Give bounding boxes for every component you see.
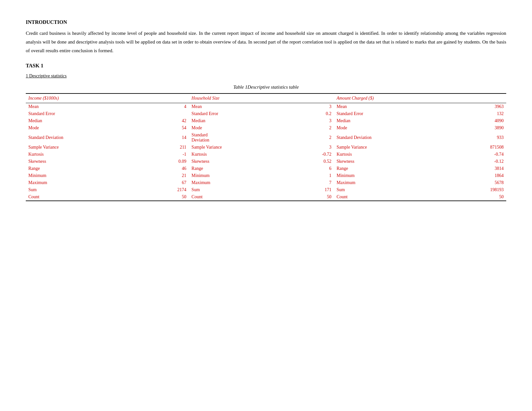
household-label: Sample Variance bbox=[189, 144, 292, 151]
amount-label: Standard Deviation bbox=[334, 132, 451, 144]
amount-value: 5678 bbox=[451, 179, 506, 186]
amount-value: 933 bbox=[451, 132, 506, 144]
table-row: Standard Deviation 14 StandardDeviation … bbox=[26, 132, 506, 144]
table-row: Median 42 Median 3 Median 4090 bbox=[26, 117, 506, 124]
amount-label: Mode bbox=[334, 124, 451, 132]
amount-value: 50 bbox=[451, 193, 506, 201]
income-label: Standard Error bbox=[26, 110, 146, 117]
amount-label: Count bbox=[334, 193, 451, 201]
income-value bbox=[146, 110, 189, 117]
income-value: 67 bbox=[146, 179, 189, 186]
amount-value: 132 bbox=[451, 110, 506, 117]
household-value: 3 bbox=[292, 117, 334, 124]
income-label: Range bbox=[26, 165, 146, 172]
amount-label: Sum bbox=[334, 186, 451, 193]
household-label: Range bbox=[189, 165, 292, 172]
income-value: 2174 bbox=[146, 186, 189, 193]
header-income: Income ($1000s) bbox=[26, 93, 189, 103]
header-household: Household Size bbox=[189, 93, 334, 103]
household-label: Mode bbox=[189, 124, 292, 132]
income-label: Sample Variance bbox=[26, 144, 146, 151]
income-value: 54 bbox=[146, 124, 189, 132]
table-caption: Table 1Descriptive statistics table bbox=[26, 84, 506, 90]
descriptive-statistics-table: Income ($1000s) Household Size Amount Ch… bbox=[26, 93, 506, 201]
income-label: Median bbox=[26, 117, 146, 124]
task1-heading: TASK 1 bbox=[26, 63, 506, 69]
table-row: Mean 4 Mean 3 Mean 3963 bbox=[26, 103, 506, 111]
household-value: 1 bbox=[292, 172, 334, 179]
amount-value: -0.74 bbox=[451, 151, 506, 158]
household-label: Standard Error bbox=[189, 110, 292, 117]
household-value: 0.52 bbox=[292, 158, 334, 165]
amount-value: 3890 bbox=[451, 124, 506, 132]
table-row: Sum 2174 Sum 171 Sum 198193 bbox=[26, 186, 506, 193]
header-amount: Amount Charged ($) bbox=[334, 93, 506, 103]
income-value: 4 bbox=[146, 103, 189, 111]
amount-label: Median bbox=[334, 117, 451, 124]
income-label: Minimum bbox=[26, 172, 146, 179]
table-row: Kurtosis -1 Kurtosis -0.72 Kurtosis -0.7… bbox=[26, 151, 506, 158]
amount-label: Standard Error bbox=[334, 110, 451, 117]
amount-value: 198193 bbox=[451, 186, 506, 193]
table-row: Count 50 Count 50 Count 50 bbox=[26, 193, 506, 201]
amount-value: 3963 bbox=[451, 103, 506, 111]
household-label: Minimum bbox=[189, 172, 292, 179]
household-value: 2 bbox=[292, 132, 334, 144]
descriptive-statistics-link[interactable]: 1 Descriptive statistics bbox=[26, 73, 67, 79]
household-value: 6 bbox=[292, 165, 334, 172]
income-label: Standard Deviation bbox=[26, 132, 146, 144]
household-label: Maximum bbox=[189, 179, 292, 186]
amount-value: 871508 bbox=[451, 144, 506, 151]
income-value: 46 bbox=[146, 165, 189, 172]
household-label: Count bbox=[189, 193, 292, 201]
household-label: Kurtosis bbox=[189, 151, 292, 158]
table-row: Standard Error Standard Error 0.2 Standa… bbox=[26, 110, 506, 117]
amount-value: 3814 bbox=[451, 165, 506, 172]
income-label: Maximum bbox=[26, 179, 146, 186]
household-label: Skewness bbox=[189, 158, 292, 165]
household-value: 7 bbox=[292, 179, 334, 186]
table-row: Skewness 0.09 Skewness 0.52 Skewness -0.… bbox=[26, 158, 506, 165]
table-header-row: Income ($1000s) Household Size Amount Ch… bbox=[26, 93, 506, 103]
household-value: 3 bbox=[292, 103, 334, 111]
table-caption-plain: Table 1 bbox=[233, 84, 247, 90]
household-value: 2 bbox=[292, 124, 334, 132]
household-label: Sum bbox=[189, 186, 292, 193]
introduction-heading: INTRODUCTION bbox=[26, 19, 506, 25]
amount-label: Minimum bbox=[334, 172, 451, 179]
income-value: 50 bbox=[146, 193, 189, 201]
amount-label: Maximum bbox=[334, 179, 451, 186]
income-label: Mode bbox=[26, 124, 146, 132]
amount-label: Kurtosis bbox=[334, 151, 451, 158]
table-row: Range 46 Range 6 Range 3814 bbox=[26, 165, 506, 172]
income-label: Count bbox=[26, 193, 146, 201]
amount-label: Skewness bbox=[334, 158, 451, 165]
introduction-paragraph: Credit card business is heavily affected… bbox=[26, 29, 506, 55]
amount-label: Range bbox=[334, 165, 451, 172]
table-row: Mode 54 Mode 2 Mode 3890 bbox=[26, 124, 506, 132]
table-row: Minimum 21 Minimum 1 Minimum 1864 bbox=[26, 172, 506, 179]
income-value: -1 bbox=[146, 151, 189, 158]
amount-value: 4090 bbox=[451, 117, 506, 124]
income-label: Sum bbox=[26, 186, 146, 193]
household-value: 0.2 bbox=[292, 110, 334, 117]
household-label: StandardDeviation bbox=[189, 132, 292, 144]
income-value: 21 bbox=[146, 172, 189, 179]
task1-section: TASK 1 1 Descriptive statistics Table 1D… bbox=[26, 63, 506, 201]
income-label: Mean bbox=[26, 103, 146, 111]
amount-label: Sample Variance bbox=[334, 144, 451, 151]
income-value: 14 bbox=[146, 132, 189, 144]
amount-value: -0.12 bbox=[451, 158, 506, 165]
income-label: Kurtosis bbox=[26, 151, 146, 158]
table-row: Maximum 67 Maximum 7 Maximum 5678 bbox=[26, 179, 506, 186]
household-value: -0.72 bbox=[292, 151, 334, 158]
amount-value: 1864 bbox=[451, 172, 506, 179]
income-value: 211 bbox=[146, 144, 189, 151]
household-value: 50 bbox=[292, 193, 334, 201]
income-label: Skewness bbox=[26, 158, 146, 165]
household-label: Median bbox=[189, 117, 292, 124]
income-value: 42 bbox=[146, 117, 189, 124]
table-caption-italic: Descriptive statistics table bbox=[247, 84, 299, 90]
household-value: 3 bbox=[292, 144, 334, 151]
amount-label: Mean bbox=[334, 103, 451, 111]
